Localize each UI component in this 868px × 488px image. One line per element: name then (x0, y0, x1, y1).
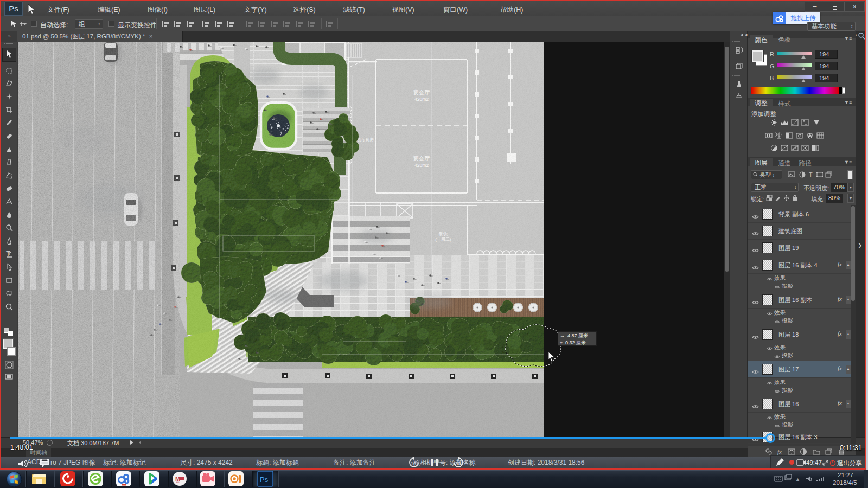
svg-text:fx: fx (777, 448, 782, 455)
svg-text:相机: 相机 (176, 481, 180, 484)
svg-text:30: 30 (455, 461, 461, 466)
svg-text:10: 10 (411, 461, 416, 466)
svg-text:T: T (809, 171, 813, 178)
svg-text:Ps: Ps (260, 476, 269, 484)
